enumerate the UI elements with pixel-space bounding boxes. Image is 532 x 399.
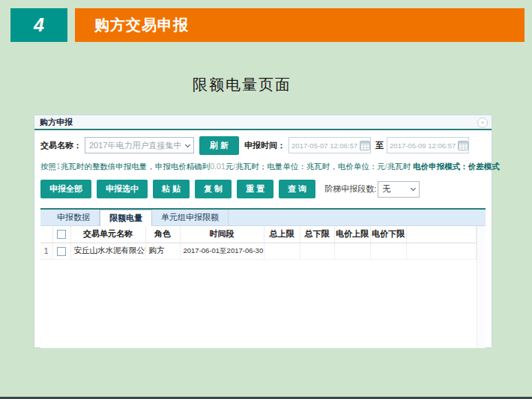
cell-6 xyxy=(370,243,406,259)
select-all-header xyxy=(52,226,70,243)
caption: 限额电量页面 xyxy=(193,75,291,95)
quota-table: 交易单元名称角色时间段总上限总下限电价上限电价下限 1安丘山水水泥有限公司购方2… xyxy=(40,226,477,260)
slide-title: 购方交易申报 xyxy=(94,15,189,35)
tab-bar: 申报数据限额电量单元组申报限额 xyxy=(40,210,486,226)
column-header-filler xyxy=(406,226,477,243)
to-label: 至 xyxy=(375,140,384,151)
row-checkbox[interactable] xyxy=(57,247,66,256)
column-header-3: 总上限 xyxy=(264,226,300,243)
time-to-value: 2017-05-09 12:06:57 xyxy=(390,141,456,150)
column-header-1: 角色 xyxy=(145,226,180,243)
column-header-2: 时间段 xyxy=(180,226,264,243)
cell-2: 2017-06-01至2017-06-30 xyxy=(180,243,264,259)
cell-0: 安丘山水水泥有限公司 xyxy=(70,243,145,259)
toolbar: 申报全部申报选中粘 贴复 制重 置查 询 阶梯申报段数: 无 xyxy=(40,180,486,198)
grid-area: 交易单元名称角色时间段总上限总下限电价上限电价下限 1安丘山水水泥有限公司购方2… xyxy=(40,226,486,348)
declare-time-label: 申报时间： xyxy=(244,140,285,151)
hint-segment: 元 xyxy=(226,162,234,171)
trade-name-label: 交易名称： xyxy=(40,140,82,151)
ladder-value: 无 xyxy=(382,183,390,195)
row-checkbox-cell xyxy=(52,243,70,259)
hint-segment: 兆瓦时的整数倍申报电量，申报电价精确到 xyxy=(61,162,211,171)
column-header-5: 电价上限 xyxy=(334,226,370,243)
tab-unit-group-quota[interactable]: 单元组申报限额 xyxy=(152,210,229,225)
paste-button[interactable]: 粘 贴 xyxy=(153,180,190,198)
window-title: 购方申报 xyxy=(40,117,73,128)
column-header-6: 电价下限 xyxy=(370,226,406,243)
ladder-field: 阶梯申报段数: 无 xyxy=(324,181,420,198)
cell-1: 购方 xyxy=(145,243,180,259)
tab-quota-power[interactable]: 限额电量 xyxy=(100,210,152,226)
refresh-button[interactable]: 刷 新 xyxy=(199,136,239,155)
table-header-row: 交易单元名称角色时间段总上限总下限电价上限电价下限 xyxy=(40,226,477,243)
form-row: 交易名称： 2017年电力用户直接集中交易模拟 刷 新 申报时间： 2017-0… xyxy=(40,136,486,154)
chevron-down-icon xyxy=(411,186,416,191)
tab-panel: 申报数据限额电量单元组申报限额 交易单元名称角色时间段总上限总下限电价上限电价下… xyxy=(40,208,486,348)
hint-segment: 按照 xyxy=(40,162,56,171)
cell-4 xyxy=(300,243,334,259)
cell-3 xyxy=(264,243,300,259)
trade-name-select[interactable]: 2017年电力用户直接集中交易模拟 xyxy=(85,137,194,153)
table-row: 1安丘山水水泥有限公司购方2017-06-01至2017-06-30 xyxy=(40,243,477,259)
declare-all-button[interactable]: 申报全部 xyxy=(40,180,91,198)
chevron-down-icon xyxy=(185,141,190,147)
hint-segment: 0.01 xyxy=(210,162,225,171)
ladder-label: 阶梯申报段数: xyxy=(324,183,376,195)
query-button[interactable]: 查 询 xyxy=(279,180,315,198)
time-to-input[interactable]: 2017-05-09 12:06:57 xyxy=(387,137,469,153)
row-number-cell: 1 xyxy=(40,243,52,259)
select-all-checkbox[interactable] xyxy=(57,230,66,239)
window-titlebar: 购方申报 × xyxy=(34,115,492,130)
copy-button[interactable]: 复 制 xyxy=(195,180,232,198)
time-from-input[interactable]: 2017-05-07 12:06:57 xyxy=(288,137,371,153)
cell-filler xyxy=(406,243,477,259)
hint-segment: 兆瓦时；电量单位：兆瓦时，电价单位：元 xyxy=(235,162,385,171)
trade-name-value: 2017年电力用户直接集中交易模拟 xyxy=(89,140,181,151)
slide-number-box: 4 xyxy=(10,8,67,42)
declare-selected-button[interactable]: 申报选中 xyxy=(97,180,148,198)
tab-declare-data[interactable]: 申报数据 xyxy=(48,210,100,225)
vertical-scrollbar[interactable] xyxy=(477,226,486,348)
dialog-window: 购方申报 × 交易名称： 2017年电力用户直接集中交易模拟 刷 新 申报时间：… xyxy=(34,115,492,348)
toolbar-button-group: 申报全部申报选中粘 贴复 制重 置查 询 xyxy=(40,180,315,198)
hint-segment: 兆瓦时 xyxy=(387,162,413,171)
column-header-0: 交易单元名称 xyxy=(70,226,145,243)
column-header-4: 总下限 xyxy=(300,226,334,243)
cell-5 xyxy=(334,243,370,259)
row-number-header xyxy=(40,226,52,243)
slide-title-band: 购方交易申报 xyxy=(75,8,525,42)
ladder-select[interactable]: 无 xyxy=(378,181,420,198)
hint-text: 按照1兆瓦时的整数倍申报电量，申报电价精确到0.01元/兆瓦时；电量单位：兆瓦时… xyxy=(40,161,486,171)
window-body: 交易名称： 2017年电力用户直接集中交易模拟 刷 新 申报时间： 2017-0… xyxy=(34,130,492,348)
close-icon[interactable]: × xyxy=(477,118,488,128)
time-from-value: 2017-05-07 12:06:57 xyxy=(291,141,357,150)
hint-segment: 电价申报模式：价差模式 xyxy=(413,162,500,171)
calendar-icon[interactable] xyxy=(360,141,370,150)
calendar-icon[interactable] xyxy=(458,141,468,150)
slide-number: 4 xyxy=(34,14,44,36)
reset-button[interactable]: 重 置 xyxy=(237,180,273,198)
